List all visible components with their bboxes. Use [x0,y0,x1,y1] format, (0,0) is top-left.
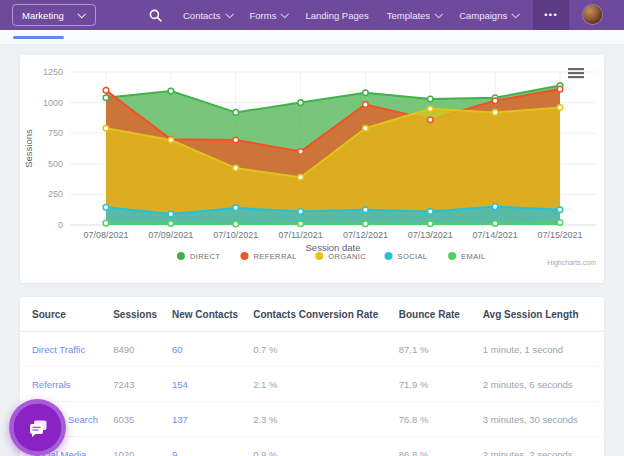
svg-text:500: 500 [48,159,63,169]
nav-menu: ContactsFormsLanding PagesTemplatesCampa… [174,0,527,30]
bounce-rate-cell: 71.9 % [399,379,483,390]
nav-item-label: Campaigns [459,10,507,21]
new-contacts-link[interactable]: 60 [172,344,253,355]
column-header: Source [32,309,113,320]
avg-session-length-cell: 2 minutes, 6 seconds [483,379,592,390]
chat-bubbles-icon [26,416,50,440]
nav-item-forms[interactable]: Forms [241,0,297,30]
conversion-rate-cell: 2.3 % [253,414,399,425]
avg-session-length-cell: 1 minute, 1 second [483,344,592,355]
chart-menu-icon[interactable] [568,68,584,78]
svg-text:1250: 1250 [43,67,63,77]
chevron-down-icon [435,10,443,18]
bounce-rate-cell: 87.1 % [399,344,483,355]
chevron-down-icon [281,10,289,18]
column-header: New Contacts [172,309,253,320]
nav-item-label: Landing Pages [305,10,368,21]
chevron-down-icon [512,10,520,18]
app-switcher-label: Marketing [22,10,64,21]
column-header: Bounce Rate [399,309,483,320]
chevron-down-icon [77,10,85,18]
column-header: Sessions [113,309,172,320]
sessions-cell: 6035 [113,414,172,425]
top-navbar: Marketing ContactsFormsLanding PagesTemp… [0,0,624,30]
table-row: Organic Search60351372.3 %76.8 %3 minute… [20,402,604,437]
sessions-cell: 7243 [113,379,172,390]
nav-item-label: Templates [387,10,430,21]
active-tab-indicator[interactable] [13,36,64,39]
bounce-rate-cell: 86.8 % [399,449,483,456]
traffic-sources-table-card: SourceSessionsNew ContactsContacts Conve… [20,297,604,456]
chat-widget-button[interactable] [9,399,66,456]
chevron-down-icon [225,10,233,18]
svg-text:1000: 1000 [43,98,63,108]
source-link[interactable]: Referrals [32,379,113,390]
svg-text:SOCIAL: SOCIAL [398,252,428,261]
svg-text:07/13/2021: 07/13/2021 [408,230,453,240]
svg-text:Highcharts.com: Highcharts.com [547,259,596,267]
svg-text:07/09/2021: 07/09/2021 [148,230,193,240]
table-row: Referrals72431542.1 %71.9 %2 minutes, 6 … [20,367,604,402]
svg-text:250: 250 [48,189,63,199]
bounce-rate-cell: 76.8 % [399,414,483,425]
svg-text:750: 750 [48,128,63,138]
column-header: Avg Session Length [483,309,592,320]
svg-text:07/08/2021: 07/08/2021 [83,230,128,240]
svg-text:EMAIL: EMAIL [461,252,486,261]
nav-item-contacts[interactable]: Contacts [174,0,241,30]
conversion-rate-cell: 0.9 % [253,449,399,456]
new-contacts-link[interactable]: 9 [172,449,253,456]
ellipsis-icon: ••• [544,10,558,20]
nav-item-label: Contacts [183,10,221,21]
sessions-area-chart: 02505007501000125007/08/202107/09/202107… [20,55,604,285]
search-button[interactable] [144,4,166,26]
column-header: Contacts Conversion Rate [253,309,399,320]
svg-text:ORGANIC: ORGANIC [328,252,366,261]
sessions-chart-card: 02505007501000125007/08/202107/09/202107… [20,55,604,283]
svg-text:0: 0 [58,220,63,230]
svg-text:07/11/2021: 07/11/2021 [278,230,322,240]
new-contacts-link[interactable]: 137 [172,414,253,425]
nav-item-label: Forms [250,10,277,21]
svg-text:07/14/2021: 07/14/2021 [473,230,518,240]
new-contacts-link[interactable]: 154 [172,379,253,390]
nav-item-templates[interactable]: Templates [378,0,450,30]
conversion-rate-cell: 2.1 % [253,379,399,390]
tab-strip [0,30,624,45]
table-row: Social Media102090.9 %86.8 %2 minutes, 2… [20,437,604,456]
svg-text:Sessions: Sessions [23,129,34,168]
conversion-rate-cell: 0.7 % [253,344,399,355]
nav-item-campaigns[interactable]: Campaigns [450,0,527,30]
avg-session-length-cell: 3 minutes, 30 seconds [483,414,592,425]
avg-session-length-cell: 2 minutes, 2 seconds [483,449,592,456]
svg-text:07/12/2021: 07/12/2021 [343,230,388,240]
svg-text:07/10/2021: 07/10/2021 [213,230,258,240]
sessions-cell: 1020 [113,449,172,456]
search-icon [149,9,162,22]
table-row: Direct Traffic8490600.7 %87.1 %1 minute,… [20,332,604,367]
table-body: Direct Traffic8490600.7 %87.1 %1 minute,… [20,332,604,456]
svg-text:07/15/2021: 07/15/2021 [537,230,582,240]
svg-text:DIRECT: DIRECT [190,252,220,261]
nav-item-landing-pages[interactable]: Landing Pages [296,0,377,30]
svg-text:REFERRAL: REFERRAL [254,252,297,261]
table-header-row: SourceSessionsNew ContactsContacts Conve… [20,297,604,332]
user-avatar[interactable] [583,5,602,24]
source-link[interactable]: Direct Traffic [32,344,113,355]
nav-overflow-button[interactable]: ••• [533,0,569,30]
app-switcher-dropdown[interactable]: Marketing [12,4,96,26]
sessions-cell: 8490 [113,344,172,355]
